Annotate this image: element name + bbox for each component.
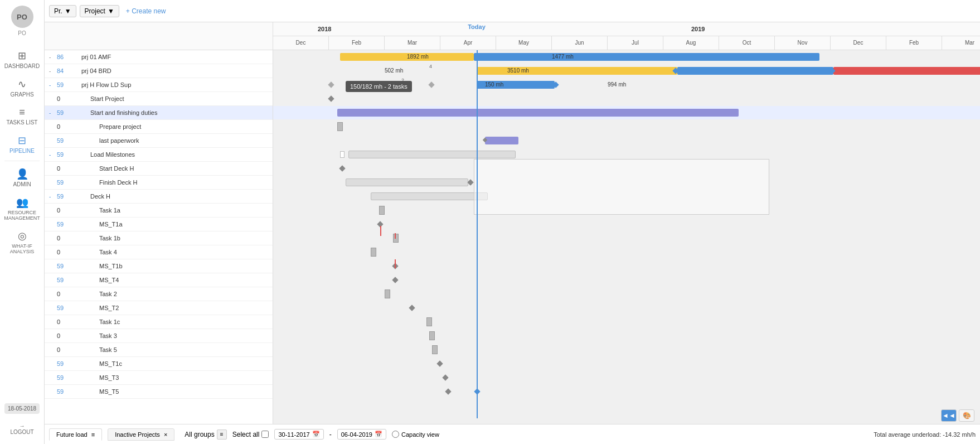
chart-row-7 bbox=[273, 134, 980, 148]
sidebar-item-label: RESOURCE MANAGEMENT bbox=[0, 210, 44, 221]
sidebar: PO PO ⊞ DASHBOARD ∿ GRAPHS ≡ TASKS LIST … bbox=[0, 0, 45, 444]
bar-paperwork bbox=[485, 137, 518, 144]
all-groups-btn[interactable]: ≡ bbox=[217, 429, 227, 440]
sidebar-item-what-if[interactable]: ◎ WHAT-IF ANALYSIS bbox=[0, 225, 44, 259]
inactive-projects-close[interactable]: × bbox=[164, 431, 167, 438]
logout-button[interactable]: → LOGOUT bbox=[0, 418, 44, 440]
task-num: 0 bbox=[57, 207, 72, 214]
month-nov: Nov bbox=[775, 36, 831, 50]
capacity-radio-input[interactable] bbox=[392, 431, 399, 438]
sidebar-item-resource-management[interactable]: 👥 RESOURCE MANAGEMENT bbox=[0, 192, 44, 225]
create-new-button[interactable]: + Create new bbox=[123, 6, 169, 17]
chart-row-23 bbox=[273, 357, 980, 371]
future-load-tab[interactable]: Future load ≡ bbox=[49, 428, 102, 441]
diamond-start-deck bbox=[339, 165, 345, 171]
diamond-bottom-blue bbox=[474, 388, 480, 394]
sidebar-item-admin[interactable]: 👤 ADMIN bbox=[0, 163, 44, 192]
task-name: MS_T2 bbox=[72, 305, 119, 311]
task-name: MS_T1a bbox=[72, 221, 123, 228]
calendar-icon: 📅 bbox=[312, 431, 320, 438]
sidebar-item-label: TASKS LIST bbox=[7, 119, 38, 126]
task-num: 0 bbox=[57, 249, 72, 255]
diamond-mst2 bbox=[409, 305, 415, 311]
resource-icon: 👥 bbox=[16, 196, 28, 209]
task-name: Task 1c bbox=[72, 318, 120, 325]
dashboard-icon: ⊞ bbox=[18, 50, 26, 62]
capacity-view-radio[interactable]: Capacity view bbox=[392, 431, 439, 438]
tooltip: 150/182 mh - 2 tasks bbox=[346, 81, 412, 92]
chart-inner: Today 2018 2019 Dec Feb Mar Apr May Jun … bbox=[273, 22, 980, 399]
task-row: - 59 prj H Flow LD Sup bbox=[45, 78, 273, 92]
pipeline-icon: ⊟ bbox=[18, 134, 26, 147]
expand-icon[interactable]: - bbox=[49, 152, 57, 158]
task-num: 59 bbox=[57, 193, 72, 200]
date-from-input[interactable]: 30-11-2017 📅 bbox=[274, 429, 323, 440]
task-name: Prepare project bbox=[72, 123, 141, 130]
task-row: 59 MS_T5 bbox=[45, 385, 273, 399]
all-groups-label: All groups bbox=[185, 431, 214, 438]
task-name: Task 2 bbox=[72, 291, 117, 297]
select-all-control: Select all bbox=[232, 431, 269, 438]
red-connector2 bbox=[395, 259, 396, 268]
bar-finishing-duties bbox=[337, 109, 739, 117]
chart-panel[interactable]: Today 2018 2019 Dec Feb Mar Apr May Jun … bbox=[273, 22, 980, 424]
nav-color-button[interactable]: 🎨 bbox=[959, 409, 974, 422]
expand-icon[interactable]: - bbox=[49, 82, 57, 88]
admin-icon: 👤 bbox=[16, 168, 28, 180]
task-row: 59 MS_T1a bbox=[45, 218, 273, 231]
nav-back-button[interactable]: ◄◄ bbox=[941, 409, 957, 422]
task-num: 59 bbox=[57, 81, 72, 88]
pr-label: Pr. bbox=[54, 7, 62, 15]
bar-brd-blue bbox=[677, 67, 833, 75]
pr-button[interactable]: Pr. ▼ bbox=[49, 5, 76, 17]
bar-brd-yellow bbox=[477, 67, 677, 75]
sidebar-item-label: PIPELINE bbox=[9, 148, 35, 154]
mh-label-flow2: 150 mh bbox=[485, 81, 503, 88]
task-num: 0 bbox=[57, 165, 72, 172]
chart-row-25 bbox=[273, 385, 980, 399]
year-2019: 2019 bbox=[691, 26, 705, 32]
task-name: prj H Flow LD Sup bbox=[72, 81, 131, 88]
expand-icon[interactable]: - bbox=[49, 194, 57, 200]
task-row: 0 Task 4 bbox=[45, 245, 273, 259]
task-num: 59 bbox=[57, 263, 72, 269]
task-row: - 59 Deck H bbox=[45, 190, 273, 204]
chart-row-4: 150/182 mh - 2 tasks bbox=[273, 92, 980, 106]
mh-label-brd2: 3510 mh bbox=[507, 67, 529, 74]
sidebar-item-pipeline[interactable]: ⊟ PIPELINE bbox=[0, 130, 44, 158]
task-row: 0 Task 5 bbox=[45, 343, 273, 357]
diamond-start-project bbox=[328, 95, 334, 102]
expand-icon[interactable]: - bbox=[49, 68, 57, 74]
sidebar-item-dashboard[interactable]: ⊞ DASHBOARD bbox=[0, 45, 44, 74]
project-filter-icon: ▼ bbox=[108, 7, 114, 15]
bar-load-milestones bbox=[348, 151, 516, 158]
task-name: Task 5 bbox=[72, 346, 117, 353]
year-2018: 2018 bbox=[318, 26, 331, 32]
date-to-input[interactable]: 06-04-2019 📅 bbox=[337, 429, 386, 440]
today-line bbox=[477, 50, 478, 418]
chart-row-2: 502 mh 3510 mh 4 bbox=[273, 64, 980, 78]
sidebar-item-graphs[interactable]: ∿ GRAPHS bbox=[0, 74, 44, 102]
task-num: 0 bbox=[57, 318, 72, 325]
gantt-container: - 86 prj 01 AMF - 84 prj 04 BRD - 59 prj… bbox=[45, 22, 980, 424]
chart-row-6 bbox=[273, 120, 980, 134]
chart-row-14 bbox=[273, 231, 980, 245]
select-all-checkbox[interactable] bbox=[261, 431, 269, 438]
project-select[interactable]: Project ▼ bbox=[80, 5, 119, 17]
inactive-projects-tab[interactable]: Inactive Projects × bbox=[108, 428, 174, 441]
task-num: 0 bbox=[57, 235, 72, 242]
logout-icon: → bbox=[20, 423, 25, 429]
task-num: 0 bbox=[57, 332, 72, 339]
sidebar-item-tasks-list[interactable]: ≡ TASKS LIST bbox=[0, 102, 44, 130]
task-row: 59 MS_T4 bbox=[45, 273, 273, 287]
bar-deck-h bbox=[371, 192, 488, 200]
expand-icon[interactable]: - bbox=[49, 110, 57, 116]
toolbar: Pr. ▼ Project ▼ + Create new bbox=[45, 0, 980, 22]
expand-icon[interactable]: - bbox=[49, 54, 57, 60]
future-load-close[interactable]: ≡ bbox=[91, 431, 95, 438]
task-name: prj 01 AMF bbox=[72, 54, 111, 60]
all-groups-control: All groups ≡ bbox=[185, 429, 226, 440]
bar-task1a bbox=[379, 206, 385, 215]
mh-label-flow: 994 mh bbox=[608, 81, 626, 88]
task-row: 59 Finish Deck H bbox=[45, 176, 273, 190]
